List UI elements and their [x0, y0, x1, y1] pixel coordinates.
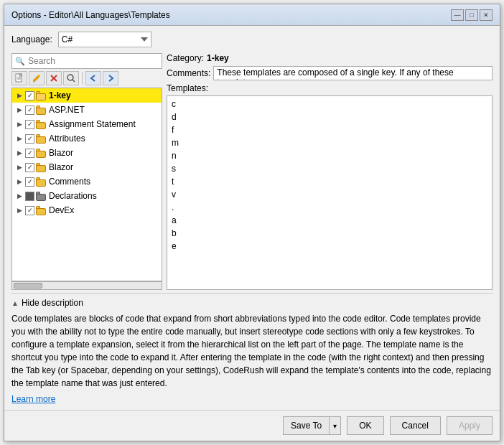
expander-declarations: ▶	[15, 192, 24, 200]
template-item-m[interactable]: m	[170, 136, 489, 149]
forward-button[interactable]	[103, 71, 118, 85]
ok-button[interactable]: OK	[347, 416, 383, 435]
template-item-e[interactable]: e	[170, 240, 489, 253]
template-item-b[interactable]: b	[170, 227, 489, 240]
edit-template-button[interactable]	[29, 71, 45, 85]
right-panel: Category: 1-key Comments: These template…	[167, 53, 493, 290]
folder-icon-assignment	[36, 120, 47, 129]
tree-item-devex[interactable]: ▶ DevEx	[12, 203, 162, 217]
tree-item-declarations[interactable]: ▶ Declarations	[12, 189, 162, 203]
forward-icon	[106, 74, 115, 83]
language-select[interactable]: C# All Languages C++ VB	[58, 32, 151, 47]
template-item-n[interactable]: n	[170, 149, 489, 162]
template-item-s[interactable]: s	[170, 162, 489, 175]
tree-label-assignment: Assignment Statement	[49, 119, 136, 129]
checkbox-aspnet[interactable]	[25, 106, 34, 115]
save-to-container: Save To ▾	[283, 416, 341, 435]
folder-icon-blazor2	[36, 163, 47, 172]
tree-item-blazor1[interactable]: ▶ Blazor	[12, 146, 162, 160]
language-label: Language:	[11, 34, 52, 44]
save-to-arrow-icon: ▾	[333, 422, 337, 430]
toggle-icon: ▲	[11, 299, 19, 307]
back-button[interactable]	[85, 71, 101, 85]
tree-label-comments: Comments	[49, 177, 90, 187]
expander-assignment: ▶	[15, 120, 24, 128]
checkbox-assignment[interactable]	[25, 120, 34, 129]
search-icon: 🔍	[15, 57, 25, 66]
edit-icon	[32, 73, 42, 83]
title-bar-buttons: — □ ✕	[451, 9, 493, 21]
template-item-dot[interactable]: .	[170, 201, 489, 214]
tree-item-blazor2[interactable]: ▶ Blazor	[12, 160, 162, 174]
expander-blazor2: ▶	[15, 163, 24, 172]
dialog-title: Options - Editor\All Languages\Templates	[11, 10, 170, 20]
learn-more-link[interactable]: Learn more	[11, 394, 55, 404]
delete-template-button[interactable]	[46, 71, 62, 85]
folder-icon-aspnet	[36, 106, 47, 115]
expander-aspnet: ▶	[15, 106, 24, 114]
new-icon	[14, 73, 24, 83]
language-row: Language: C# All Languages C++ VB	[11, 32, 493, 47]
checkbox-attributes[interactable]	[25, 134, 34, 144]
tree-item-aspnet[interactable]: ▶ ASP.NET	[12, 103, 162, 117]
search-button[interactable]	[63, 71, 79, 85]
title-bar: Options - Editor\All Languages\Templates…	[4, 4, 500, 26]
template-item-v[interactable]: v	[170, 188, 489, 201]
checkbox-declarations[interactable]	[25, 192, 34, 201]
minimize-button[interactable]: —	[451, 9, 464, 21]
tree-item-assignment[interactable]: ▶ Assignment Statement	[12, 117, 162, 131]
tree-item-comments[interactable]: ▶ Comments	[12, 174, 162, 189]
template-item-f[interactable]: f	[170, 123, 489, 136]
templates-section-label: Templates:	[167, 83, 493, 93]
save-to-dropdown-button[interactable]: ▾	[329, 416, 341, 435]
templates-list[interactable]: c d f m n s t v . a b e	[167, 95, 493, 290]
expander-comments: ▶	[15, 177, 24, 186]
checkbox-devex[interactable]	[25, 206, 34, 215]
search-box-wrap: 🔍	[11, 53, 162, 69]
expander-attributes: ▶	[15, 134, 24, 143]
options-dialog: Options - Editor\All Languages\Templates…	[4, 4, 500, 441]
apply-button[interactable]: Apply	[447, 416, 493, 435]
desc-toggle-label: Hide description	[22, 298, 83, 308]
description-text: Code templates are blocks of code that e…	[11, 312, 493, 390]
search-input[interactable]	[28, 56, 159, 66]
svg-line-8	[73, 80, 75, 82]
tree-item-attributes[interactable]: ▶ Attributes	[12, 131, 162, 146]
category-value: 1-key	[207, 53, 229, 63]
tree-horizontal-scrollbar[interactable]	[11, 281, 162, 290]
dialog-content: Language: C# All Languages C++ VB 🔍	[4, 26, 500, 410]
h-scroll-thumb[interactable]	[14, 283, 42, 289]
tree-container[interactable]: ▶ 1-key ▶	[11, 88, 162, 281]
template-item-t[interactable]: t	[170, 175, 489, 188]
template-item-c[interactable]: c	[170, 98, 489, 111]
template-item-d[interactable]: d	[170, 111, 489, 123]
tree-label-1key: 1-key	[49, 90, 71, 100]
main-panels: 🔍	[11, 53, 493, 290]
expander-1key: ▶	[15, 91, 24, 100]
description-section: ▲ Hide description Code templates are bl…	[11, 293, 493, 407]
checkbox-comments[interactable]	[25, 177, 34, 187]
maximize-button[interactable]: □	[465, 9, 478, 21]
toolbar-row	[11, 71, 162, 85]
close-button[interactable]: ✕	[480, 9, 493, 21]
checkbox-1key[interactable]	[25, 91, 34, 100]
search-icon	[66, 73, 76, 83]
template-item-a[interactable]: a	[170, 214, 489, 227]
checkbox-blazor2[interactable]	[25, 163, 34, 172]
tree-item-1key[interactable]: ▶ 1-key	[12, 88, 162, 103]
svg-point-7	[67, 75, 73, 80]
comments-field: These templates are composed of a single…	[213, 66, 493, 80]
checkbox-blazor1[interactable]	[25, 149, 34, 158]
comments-row: Comments: These templates are composed o…	[167, 66, 493, 80]
comments-label: Comments:	[167, 68, 210, 78]
tree-label-declarations: Declarations	[49, 191, 97, 201]
new-template-button[interactable]	[11, 71, 27, 85]
save-to-button[interactable]: Save To	[283, 416, 329, 435]
folder-icon-comments	[36, 177, 47, 187]
cancel-button[interactable]: Cancel	[390, 416, 441, 435]
desc-toggle[interactable]: ▲ Hide description	[11, 298, 493, 308]
folder-icon-devex	[36, 206, 47, 215]
folder-icon-attributes	[36, 134, 47, 144]
tree-label-blazor1: Blazor	[49, 148, 73, 158]
delete-icon	[49, 73, 59, 83]
